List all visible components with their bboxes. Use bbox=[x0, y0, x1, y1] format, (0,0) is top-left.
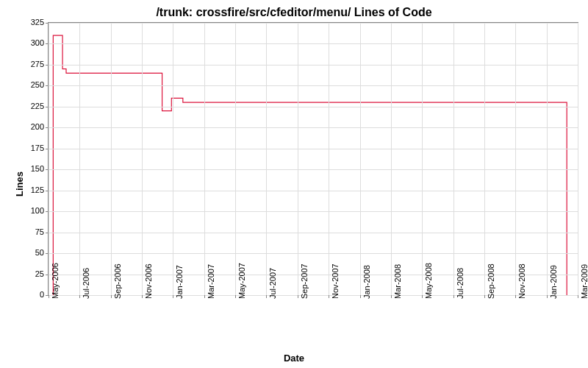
y-tick-label: 175 bbox=[18, 144, 44, 152]
grid-line-h bbox=[49, 127, 578, 128]
grid-line-v bbox=[235, 23, 236, 295]
y-tick-label: 250 bbox=[18, 80, 44, 89]
x-tick-label: Mar-2007 bbox=[207, 264, 215, 299]
y-tick-label: 225 bbox=[18, 102, 44, 110]
x-tick-label: Sep-2006 bbox=[113, 263, 122, 299]
chart-title: /trunk: crossfire/src/cfeditor/menu/ Lin… bbox=[0, 6, 588, 19]
grid-line-h bbox=[49, 65, 578, 66]
grid-line-h bbox=[49, 275, 578, 275]
line-series bbox=[49, 23, 578, 295]
grid-line-h bbox=[49, 149, 578, 149]
grid-line-v bbox=[360, 23, 361, 295]
x-tick bbox=[515, 295, 516, 298]
grid-line-v bbox=[142, 23, 143, 295]
x-tick-label: Mar-2008 bbox=[393, 264, 402, 299]
grid-line-h bbox=[49, 191, 578, 191]
grid-line-v bbox=[484, 23, 485, 295]
grid-line-v bbox=[49, 23, 49, 295]
y-tick-label: 150 bbox=[18, 164, 44, 173]
grid-line-h bbox=[49, 233, 578, 233]
y-tick-label: 125 bbox=[18, 185, 44, 194]
x-tick bbox=[235, 295, 236, 298]
x-tick bbox=[204, 295, 205, 298]
y-tick-label: 275 bbox=[18, 60, 44, 68]
y-tick-label: 0 bbox=[18, 290, 44, 299]
x-axis-label: Date bbox=[0, 353, 588, 364]
y-tick-label: 325 bbox=[18, 18, 44, 26]
x-tick-label: Jul-2008 bbox=[456, 268, 465, 299]
grid-line-h bbox=[49, 107, 578, 107]
x-tick-label: Sep-2007 bbox=[300, 263, 309, 299]
x-tick-label: Sep-2008 bbox=[487, 263, 495, 299]
y-tick-label: 300 bbox=[18, 38, 44, 47]
y-tick-label: 25 bbox=[18, 269, 44, 278]
x-tick-label: Jan-2007 bbox=[175, 265, 184, 299]
x-tick bbox=[298, 295, 298, 298]
grid-line-v bbox=[173, 23, 173, 295]
x-tick bbox=[79, 295, 80, 298]
grid-line-h bbox=[49, 85, 578, 86]
x-tick bbox=[360, 295, 361, 298]
x-tick bbox=[422, 295, 423, 298]
grid-line-h bbox=[49, 169, 578, 170]
grid-line-v bbox=[422, 23, 423, 295]
grid-line-h bbox=[49, 295, 578, 296]
grid-line-h bbox=[49, 23, 578, 24]
grid-line-v bbox=[515, 23, 516, 295]
y-tick-label: 100 bbox=[18, 206, 44, 215]
x-tick-label: Jan-2008 bbox=[362, 265, 371, 299]
x-tick-label: Jul-2006 bbox=[82, 268, 90, 299]
x-tick bbox=[266, 295, 267, 298]
x-tick-label: Nov-2006 bbox=[144, 263, 153, 299]
grid-line-v bbox=[391, 23, 392, 295]
grid-line-v bbox=[298, 23, 298, 295]
grid-line-v bbox=[204, 23, 205, 295]
grid-line-v bbox=[329, 23, 329, 295]
grid-line-v bbox=[547, 23, 548, 295]
x-tick-label: May-2007 bbox=[237, 263, 246, 299]
x-tick bbox=[578, 295, 578, 298]
x-tick bbox=[142, 295, 143, 298]
y-tick-label: 75 bbox=[18, 227, 44, 236]
x-tick bbox=[111, 295, 112, 298]
grid-line-h bbox=[49, 253, 578, 254]
x-tick bbox=[49, 295, 49, 298]
x-tick bbox=[547, 295, 548, 298]
x-tick-label: May-2008 bbox=[424, 263, 433, 299]
grid-line-v bbox=[111, 23, 112, 295]
x-tick-label: Mar-2009 bbox=[580, 264, 588, 299]
x-tick-label: Jul-2007 bbox=[268, 268, 277, 299]
x-tick-label: Nov-2008 bbox=[517, 263, 526, 299]
plot-area bbox=[48, 22, 578, 296]
grid-line-h bbox=[49, 211, 578, 212]
grid-line-v bbox=[79, 23, 80, 295]
x-tick bbox=[453, 295, 454, 298]
x-tick bbox=[484, 295, 485, 298]
x-tick bbox=[391, 295, 392, 298]
x-tick-label: Jan-2009 bbox=[549, 265, 558, 299]
grid-line-v bbox=[578, 23, 578, 295]
x-tick bbox=[329, 295, 329, 298]
grid-line-h bbox=[49, 43, 578, 44]
y-tick-label: 200 bbox=[18, 122, 44, 131]
grid-line-v bbox=[266, 23, 267, 295]
x-tick bbox=[173, 295, 173, 298]
x-tick-label: May-2006 bbox=[51, 263, 60, 299]
x-tick-label: Nov-2007 bbox=[331, 263, 340, 299]
y-tick-label: 50 bbox=[18, 248, 44, 257]
grid-line-v bbox=[453, 23, 454, 295]
